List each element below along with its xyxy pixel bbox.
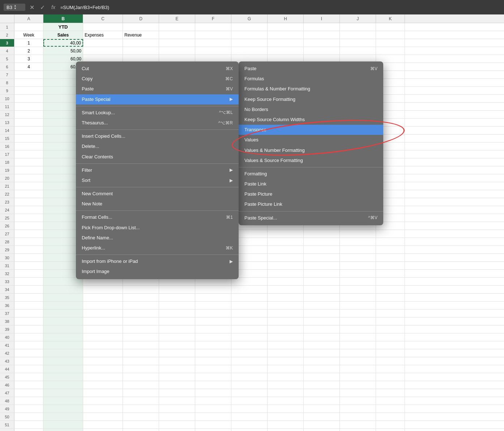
cell-a37[interactable] bbox=[14, 310, 43, 317]
cell-b46[interactable] bbox=[43, 381, 83, 389]
menu-item-smart-lookup[interactable]: Smart Lookup... ^⌥⌘L bbox=[76, 108, 239, 118]
cell-f38[interactable] bbox=[195, 317, 231, 325]
cell-i33[interactable] bbox=[304, 278, 340, 285]
cell-c48[interactable] bbox=[83, 397, 123, 405]
col-header-i[interactable]: I bbox=[304, 14, 340, 23]
cell-g38[interactable] bbox=[231, 317, 268, 325]
cell-j29[interactable] bbox=[340, 246, 376, 253]
cell-d3[interactable] bbox=[123, 39, 159, 47]
cell-f48[interactable] bbox=[195, 397, 231, 405]
cell-e38[interactable] bbox=[159, 317, 195, 325]
cell-j3[interactable] bbox=[340, 39, 376, 47]
formula-cancel-button[interactable]: ✕ bbox=[30, 4, 34, 11]
cell-a52[interactable] bbox=[14, 429, 43, 431]
cell-h43[interactable] bbox=[268, 357, 304, 365]
col-header-e[interactable]: E bbox=[159, 14, 195, 23]
cell-j41[interactable] bbox=[340, 341, 376, 349]
cell-a49[interactable] bbox=[14, 405, 43, 413]
sub-menu-item-transpose[interactable]: Transpose bbox=[239, 125, 383, 135]
sub-menu-item-values[interactable]: Values bbox=[239, 135, 383, 145]
cell-b49[interactable] bbox=[43, 405, 83, 413]
cell-h29[interactable] bbox=[268, 246, 304, 253]
cell-i1[interactable] bbox=[304, 23, 340, 31]
cell-a3[interactable]: 1 bbox=[14, 39, 43, 47]
cell-b48[interactable] bbox=[43, 397, 83, 405]
cell-f40[interactable] bbox=[195, 333, 231, 341]
cell-e37[interactable] bbox=[159, 310, 195, 317]
cell-a43[interactable] bbox=[14, 357, 43, 365]
cell-a50[interactable] bbox=[14, 413, 43, 421]
cell-g51[interactable] bbox=[231, 421, 268, 428]
cell-k29[interactable] bbox=[376, 246, 405, 253]
menu-item-format-cells[interactable]: Format Cells... ⌘1 bbox=[76, 212, 239, 222]
cell-e42[interactable] bbox=[159, 349, 195, 357]
cell-g48[interactable] bbox=[231, 397, 268, 405]
cell-b43[interactable] bbox=[43, 357, 83, 365]
sub-menu-item-formulas-number-formatting[interactable]: Formulas & Number Formatting bbox=[239, 84, 383, 94]
cell-g37[interactable] bbox=[231, 310, 268, 317]
cell-a23[interactable] bbox=[14, 198, 43, 206]
cell-e49[interactable] bbox=[159, 405, 195, 413]
sub-menu-item-paste-picture-link[interactable]: Paste Picture Link bbox=[239, 199, 383, 209]
cell-a2[interactable]: Week bbox=[14, 31, 43, 39]
cell-j30[interactable] bbox=[340, 254, 376, 261]
cell-h47[interactable] bbox=[268, 389, 304, 397]
cell-j27[interactable] bbox=[340, 230, 376, 238]
cell-a44[interactable] bbox=[14, 365, 43, 373]
cell-j50[interactable] bbox=[340, 413, 376, 421]
cell-i50[interactable] bbox=[304, 413, 340, 421]
cell-g4[interactable] bbox=[231, 47, 268, 55]
cell-b38[interactable] bbox=[43, 317, 83, 325]
cell-c40[interactable] bbox=[83, 333, 123, 341]
cell-c34[interactable] bbox=[83, 286, 123, 293]
cell-h46[interactable] bbox=[268, 381, 304, 389]
cell-k49[interactable] bbox=[376, 405, 405, 413]
cell-j46[interactable] bbox=[340, 381, 376, 389]
cell-f37[interactable] bbox=[195, 310, 231, 317]
cell-a30[interactable] bbox=[14, 254, 43, 261]
cell-a31[interactable] bbox=[14, 262, 43, 269]
cell-h38[interactable] bbox=[268, 317, 304, 325]
cell-k4[interactable] bbox=[376, 47, 405, 55]
cell-e39[interactable] bbox=[159, 325, 195, 333]
cell-f34[interactable] bbox=[195, 286, 231, 293]
cell-b3[interactable]: 40,00 bbox=[43, 39, 83, 47]
cell-j1[interactable] bbox=[340, 23, 376, 31]
cell-j28[interactable] bbox=[340, 238, 376, 246]
cell-c41[interactable] bbox=[83, 341, 123, 349]
cell-e4[interactable] bbox=[159, 47, 195, 55]
cell-d47[interactable] bbox=[123, 389, 159, 397]
cell-k47[interactable] bbox=[376, 389, 405, 397]
cell-a51[interactable] bbox=[14, 421, 43, 428]
menu-item-new-note[interactable]: New Note bbox=[76, 199, 239, 209]
cell-j44[interactable] bbox=[340, 365, 376, 373]
cell-a16[interactable] bbox=[14, 142, 43, 150]
cell-g49[interactable] bbox=[231, 405, 268, 413]
cell-i43[interactable] bbox=[304, 357, 340, 365]
cell-d2[interactable]: Revenue bbox=[123, 31, 159, 39]
cell-j38[interactable] bbox=[340, 317, 376, 325]
col-header-b[interactable]: B bbox=[43, 14, 83, 23]
cell-f45[interactable] bbox=[195, 373, 231, 381]
cell-h45[interactable] bbox=[268, 373, 304, 381]
cell-a40[interactable] bbox=[14, 333, 43, 341]
menu-item-import-iphone[interactable]: Import from iPhone or iPad ▶ bbox=[76, 256, 239, 266]
cell-i30[interactable] bbox=[304, 254, 340, 261]
cell-d48[interactable] bbox=[123, 397, 159, 405]
cell-e41[interactable] bbox=[159, 341, 195, 349]
cell-g43[interactable] bbox=[231, 357, 268, 365]
cell-f43[interactable] bbox=[195, 357, 231, 365]
cell-k50[interactable] bbox=[376, 413, 405, 421]
cell-a45[interactable] bbox=[14, 373, 43, 381]
cell-f49[interactable] bbox=[195, 405, 231, 413]
cell-a32[interactable] bbox=[14, 270, 43, 277]
cell-c42[interactable] bbox=[83, 349, 123, 357]
cell-a34[interactable] bbox=[14, 286, 43, 293]
cell-k45[interactable] bbox=[376, 373, 405, 381]
cell-a7[interactable] bbox=[14, 71, 43, 78]
cell-g41[interactable] bbox=[231, 341, 268, 349]
cell-g36[interactable] bbox=[231, 302, 268, 309]
cell-f47[interactable] bbox=[195, 389, 231, 397]
cell-h36[interactable] bbox=[268, 302, 304, 309]
cell-h39[interactable] bbox=[268, 325, 304, 333]
